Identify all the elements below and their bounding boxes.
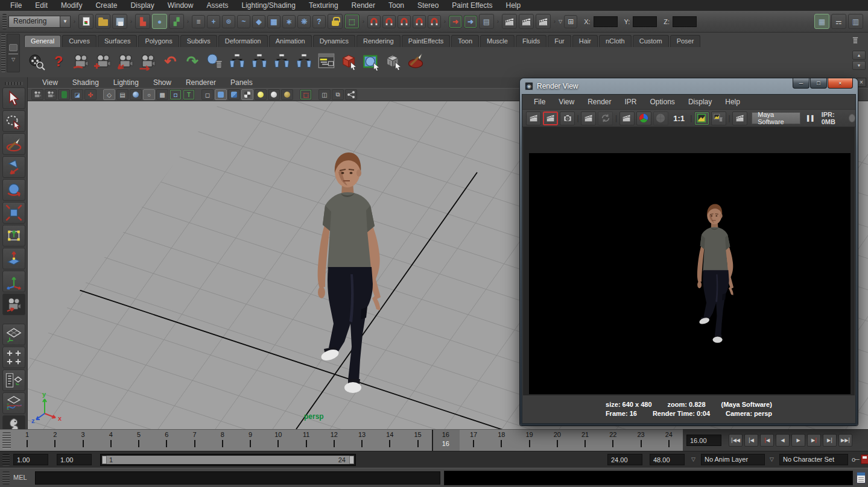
- play-backwards-button[interactable]: ◀: [776, 434, 790, 447]
- menu-item[interactable]: File: [4, 0, 28, 11]
- character-set-key-icon[interactable]: [861, 454, 868, 464]
- shelf-tab[interactable]: Curves: [62, 35, 97, 47]
- timeline-frame[interactable]: 15: [404, 430, 432, 451]
- layout-four-pane-button[interactable]: [2, 347, 25, 368]
- use-all-lights-button[interactable]: [241, 89, 253, 100]
- snap-curve-button[interactable]: [382, 15, 396, 28]
- timeline-frame[interactable]: 2: [41, 430, 69, 451]
- ipr-render-button[interactable]: [519, 14, 534, 29]
- playblast-button[interactable]: [25, 50, 47, 73]
- layout-single-pane-button[interactable]: [2, 324, 25, 345]
- group-collapse-icon[interactable]: ›: [443, 14, 447, 29]
- menu-item[interactable]: Help: [718, 98, 747, 106]
- playback-range-bar[interactable]: [102, 456, 354, 464]
- timeline-frame[interactable]: 20: [543, 430, 571, 451]
- camera-track-button[interactable]: [137, 50, 159, 73]
- output-connections-button[interactable]: ➜: [464, 15, 477, 28]
- shelf-tab[interactable]: Custom: [633, 35, 669, 47]
- open-scene-button[interactable]: [95, 14, 110, 29]
- select-surface-button[interactable]: [360, 50, 382, 73]
- menu-item[interactable]: Render: [581, 98, 618, 106]
- shelf-trash-icon[interactable]: [850, 35, 861, 46]
- timeline-frame[interactable]: 16 16: [432, 430, 460, 451]
- last-tool-used-button[interactable]: [2, 294, 25, 315]
- bookmark-button[interactable]: [58, 89, 70, 100]
- step-forward-key-button[interactable]: ▶|: [807, 434, 821, 447]
- group-collapse-icon[interactable]: ›: [129, 14, 133, 29]
- move-tool-button[interactable]: [2, 156, 25, 178]
- group-collapse-icon[interactable]: ›: [553, 14, 557, 29]
- ipr-render-button[interactable]: [581, 112, 596, 125]
- menu-set-value[interactable]: Rendering: [8, 16, 60, 28]
- rangeslider-grip-handle[interactable]: [2, 454, 10, 466]
- renderer-selector[interactable]: Maya Software: [752, 112, 800, 124]
- tool-settings-toggle-button[interactable]: ⚎: [831, 14, 846, 29]
- mask-misc-button[interactable]: ?: [312, 15, 326, 28]
- timeline-frame[interactable]: 3: [69, 430, 97, 451]
- channel-box-toggle-button[interactable]: ▥: [848, 14, 863, 29]
- make-live-button[interactable]: [428, 15, 441, 28]
- mask-rendering-button[interactable]: ❊: [297, 15, 311, 28]
- auto-key-icon[interactable]: o─: [852, 456, 859, 463]
- undo-button[interactable]: ↶: [159, 50, 181, 73]
- character-model[interactable]: [290, 148, 399, 398]
- select-poly-button[interactable]: [382, 50, 404, 73]
- y-coord-input[interactable]: [633, 16, 657, 27]
- input-connections-button[interactable]: ➜: [449, 15, 462, 28]
- film-gate-button[interactable]: ▤: [116, 89, 128, 100]
- timeline-frame[interactable]: 19: [516, 430, 543, 451]
- coord-mode-arrow-icon[interactable]: ▽: [559, 19, 562, 24]
- tear-off-copy-button[interactable]: ⧉: [332, 89, 344, 100]
- scale-tool-button[interactable]: [2, 202, 25, 224]
- timeline-frame[interactable]: 13: [348, 430, 376, 451]
- play-forwards-button[interactable]: ▶: [791, 434, 805, 447]
- rotate-tool-button[interactable]: [2, 179, 25, 201]
- menu-set-dropdown-icon[interactable]: ▼: [60, 16, 71, 28]
- group-collapse-icon[interactable]: ›: [186, 14, 190, 29]
- menu-item[interactable]: Assets: [200, 0, 235, 11]
- mask-curves-button[interactable]: ~: [237, 15, 250, 28]
- timeline-frame[interactable]: 10: [264, 430, 292, 451]
- outliner-window-button[interactable]: [315, 50, 337, 73]
- attribute-editor-toggle-button[interactable]: ▦: [814, 14, 829, 29]
- shelf-tab[interactable]: PaintEffects: [402, 35, 451, 47]
- menu-item[interactable]: View: [35, 77, 65, 88]
- layout-outliner-persp-button[interactable]: [2, 369, 25, 391]
- anim-layer-dropdown-icon[interactable]: ▽: [691, 456, 695, 462]
- gate-mask-button[interactable]: ○: [143, 89, 155, 100]
- timeline-frame[interactable]: 1: [13, 430, 41, 451]
- timeline-frame[interactable]: 22: [599, 430, 627, 451]
- render-view-window[interactable]: ◉ Render View ─ □ × FileViewRenderIPROpt…: [520, 78, 858, 426]
- camera-select-button[interactable]: [31, 89, 43, 100]
- universal-manipulator-button[interactable]: [2, 225, 25, 247]
- timeline-frame[interactable]: 12: [320, 430, 348, 451]
- hierarchy-tool-1-button[interactable]: [226, 50, 248, 73]
- render-region-button[interactable]: [619, 112, 635, 125]
- soft-modification-tool-button[interactable]: [2, 248, 25, 269]
- menu-item[interactable]: Display: [124, 0, 160, 11]
- animation-end-input[interactable]: [650, 454, 685, 465]
- menu-item[interactable]: IPR: [618, 98, 644, 106]
- safe-title-button[interactable]: T: [183, 89, 195, 100]
- timeline-frame[interactable]: 14: [376, 430, 404, 451]
- select-object-button[interactable]: ●: [152, 14, 167, 29]
- shelf-tab[interactable]: Animation: [269, 35, 312, 47]
- mask-all-button[interactable]: ≡: [192, 15, 205, 28]
- range-start-handle[interactable]: [102, 456, 107, 464]
- construction-history-button[interactable]: ▤: [479, 14, 494, 29]
- timeline-frame[interactable]: 7: [181, 430, 209, 451]
- share-view-button[interactable]: [345, 89, 357, 100]
- shelf-tab[interactable]: Toon: [451, 35, 479, 47]
- pause-ipr-icon[interactable]: ▌▌: [807, 115, 816, 121]
- menu-item[interactable]: Paint Effects: [445, 0, 499, 11]
- select-object-type-button[interactable]: [338, 50, 360, 73]
- mask-deformations-button[interactable]: ▦: [267, 15, 280, 28]
- camera-orbit-button[interactable]: [70, 50, 92, 73]
- time-slider[interactable]: 1 2 3 4 5 6: [0, 429, 683, 451]
- default-light-button[interactable]: [255, 89, 267, 100]
- shelf-tab[interactable]: Deformation: [218, 35, 268, 47]
- current-time-input[interactable]: [686, 435, 721, 446]
- resolution-gate-button[interactable]: [130, 89, 142, 100]
- new-scene-button[interactable]: [78, 14, 93, 29]
- step-forward-frame-button[interactable]: ▶|: [823, 434, 837, 447]
